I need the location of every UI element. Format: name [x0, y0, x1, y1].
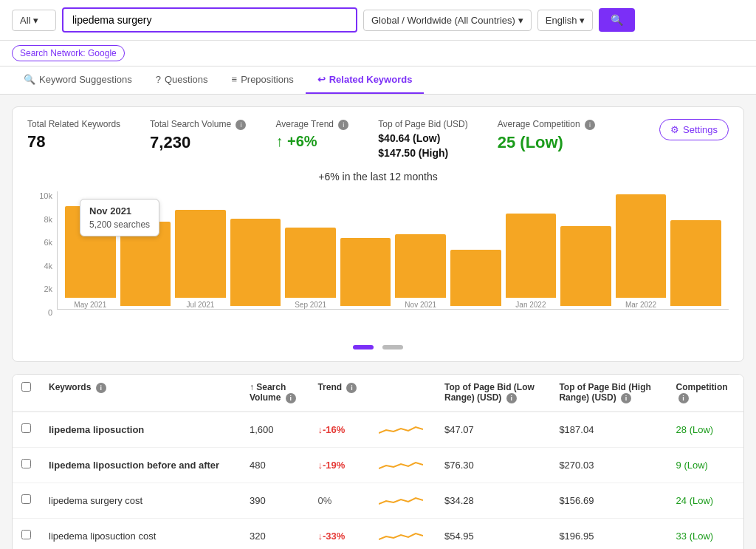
chart-title: +6% in the last 12 months: [27, 171, 729, 183]
table-row: lipedema liposuction cost320↓-33% $54.95…: [13, 518, 743, 549]
language-dropdown[interactable]: English ▾: [537, 10, 594, 31]
search-volume-cell: 480: [241, 447, 309, 482]
select-all-checkbox[interactable]: [21, 382, 31, 392]
search-button[interactable]: 🔍: [599, 8, 635, 32]
info-icon: i: [236, 120, 246, 130]
total-volume-stat: Total Search Volume i 7,230: [150, 119, 246, 152]
keyword-cell: lipedema liposuction before and after: [40, 447, 241, 482]
keyword-cell: lipedema surgery cost: [40, 482, 241, 518]
th-bid-low: Top of Page Bid (LowRange) (USD) i: [436, 375, 550, 412]
tabs-bar: 🔍 Keyword Suggestions ? Questions ≡ Prep…: [0, 67, 756, 95]
gear-icon: ⚙: [670, 124, 679, 135]
network-badge[interactable]: Search Network: Google: [12, 45, 125, 61]
bar-label: Jul 2021: [187, 301, 215, 309]
bar-group: [560, 191, 611, 309]
bar[interactable]: [285, 228, 336, 298]
sub-bar: Search Network: Google: [0, 41, 756, 67]
location-dropdown[interactable]: Global / Worldwide (All Countries) ▾: [363, 10, 532, 31]
bar-group: [230, 191, 281, 309]
bar[interactable]: [670, 220, 721, 306]
avg-trend-stat: Average Trend i ↑ +6%: [275, 119, 348, 150]
info-icon: i: [338, 120, 348, 130]
avg-comp-value: 25 (Low): [498, 133, 595, 152]
chevron-down-icon: ▾: [518, 15, 523, 26]
tab-keyword-suggestions[interactable]: 🔍 Keyword Suggestions: [12, 67, 144, 94]
bar-group: Jan 2022: [506, 191, 557, 309]
bar-group: Mar 2022: [616, 191, 667, 309]
keyword-cell: lipedema liposuction: [40, 412, 241, 448]
chart-tooltip: Nov 2021 5,200 searches: [80, 199, 159, 236]
tooltip-date: Nov 2021: [89, 205, 150, 216]
trend-cell: ↓-33%: [309, 518, 369, 549]
row-checkbox[interactable]: [21, 530, 31, 539]
row-checkbox-cell: [13, 482, 40, 518]
mini-chart-cell: [370, 518, 436, 549]
th-trend: Trend i: [309, 375, 369, 412]
bar[interactable]: [340, 238, 391, 306]
row-checkbox[interactable]: [21, 423, 31, 433]
legend-bar-purple: [353, 345, 374, 349]
top-bid-low: $40.64 (Low): [378, 132, 467, 144]
language-label: English: [546, 15, 577, 26]
bid-high-cell: $196.95: [550, 518, 667, 549]
row-checkbox-cell: [13, 412, 40, 448]
top-bar: All ▾ Global / Worldwide (All Countries)…: [0, 0, 756, 41]
search-input[interactable]: [62, 7, 357, 33]
settings-button[interactable]: ⚙ Settings: [659, 119, 729, 140]
bar-group: Nov 2021: [395, 191, 446, 309]
bar-group: [670, 191, 721, 309]
row-checkbox[interactable]: [21, 494, 31, 504]
competition-cell: 33 (Low): [667, 518, 743, 549]
all-label: All: [20, 15, 30, 26]
search-volume-cell: 1,600: [241, 412, 309, 448]
all-dropdown[interactable]: All ▾: [12, 10, 56, 31]
list-icon: ≡: [232, 74, 238, 85]
bar[interactable]: [616, 194, 667, 298]
stats-card: Total Related Keywords 78 Total Search V…: [12, 106, 744, 362]
tab-prepositions[interactable]: ≡ Prepositions: [220, 67, 306, 94]
location-label: Global / Worldwide (All Countries): [371, 15, 515, 26]
tab-questions[interactable]: ? Questions: [144, 67, 220, 94]
total-related-label: Total Related Keywords: [27, 119, 120, 129]
legend-item-gray: [382, 345, 403, 349]
bar[interactable]: [395, 234, 446, 298]
bar-group: [340, 191, 391, 309]
mini-chart-svg: [379, 491, 423, 508]
total-volume-label: Total Search Volume i: [150, 119, 246, 130]
row-checkbox[interactable]: [21, 459, 31, 468]
chevron-down-icon: ▾: [580, 15, 585, 26]
top-bid-stat: Top of Page Bid (USD) $40.64 (Low) $147.…: [378, 119, 467, 159]
row-checkbox-cell: [13, 518, 40, 549]
chevron-down-icon: ▾: [33, 15, 38, 26]
mini-chart-cell: [370, 482, 436, 518]
bid-high-cell: $270.03: [550, 447, 667, 482]
chart-area: Nov 2021 5,200 searches May 2021Jul 2021…: [57, 191, 729, 310]
info-icon: i: [585, 120, 595, 130]
chart-container: 10k 8k 6k 4k 2k 0 Nov 2021 5,200 searche…: [27, 191, 729, 339]
mini-chart-svg: [379, 420, 423, 437]
trend-cell: ↓-19%: [309, 447, 369, 482]
table-body: lipedema liposuction1,600↓-16% $47.07$18…: [13, 412, 743, 549]
bar-group: Sep 2021: [285, 191, 336, 309]
competition-cell: 9 (Low): [667, 447, 743, 482]
keyword-cell: lipedema liposuction cost: [40, 518, 241, 549]
legend-bar-gray: [382, 345, 403, 349]
bid-high-cell: $187.04: [550, 412, 667, 448]
bar[interactable]: [230, 219, 281, 306]
bid-low-cell: $76.30: [436, 447, 550, 482]
avg-trend-value: ↑ +6%: [275, 133, 348, 150]
bid-high-cell: $156.69: [550, 482, 667, 518]
bar[interactable]: [560, 226, 611, 306]
bar[interactable]: [175, 210, 226, 298]
stats-row: Total Related Keywords 78 Total Search V…: [27, 119, 729, 159]
bar[interactable]: [450, 250, 501, 306]
total-volume-value: 7,230: [150, 133, 246, 152]
th-checkbox: [13, 375, 40, 412]
bar[interactable]: [506, 214, 557, 298]
tab-related-keywords[interactable]: ↩ Related Keywords: [306, 67, 425, 94]
trend-cell: ↓-16%: [309, 412, 369, 448]
mini-chart-svg: [379, 526, 423, 544]
avg-comp-label: Average Competition i: [498, 119, 595, 130]
search-volume-cell: 390: [241, 482, 309, 518]
top-bid-label: Top of Page Bid (USD): [378, 119, 467, 129]
